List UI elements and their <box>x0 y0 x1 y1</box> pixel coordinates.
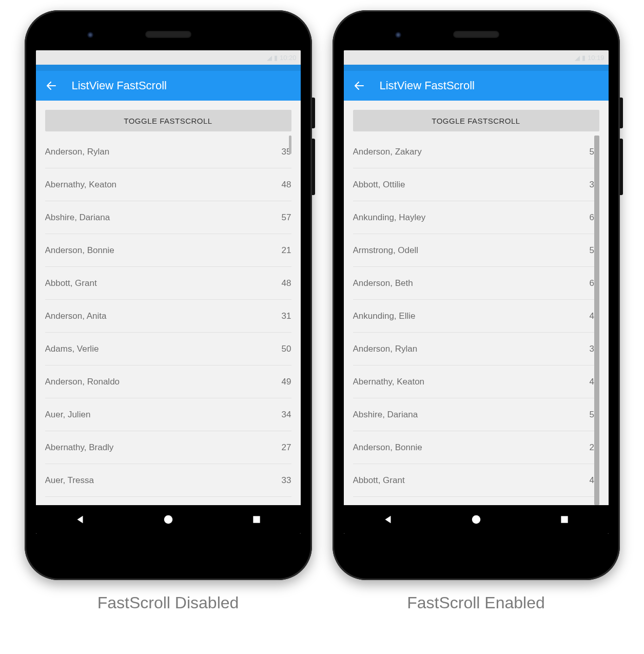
content-area: TOGGLE FASTSCROLL Anderson, Zakary57Abbo… <box>344 101 609 505</box>
content-area: TOGGLE FASTSCROLL Anderson, Rylan35Abern… <box>36 101 301 505</box>
list-item[interactable]: Armstrong, Odell50 <box>353 234 599 267</box>
nav-recent-icon[interactable] <box>251 514 262 525</box>
phone-frame-right: ◢ ▮ 10:19 ListView FastScroll TOGGLE FAS… <box>333 10 620 580</box>
camera-dot <box>395 32 401 38</box>
nav-back-icon[interactable] <box>74 514 86 525</box>
list-item-name: Anderson, Bonnie <box>45 245 114 256</box>
list-item-name: Ankunding, Hayley <box>353 213 426 223</box>
battery-icon: ▮ <box>582 54 586 62</box>
right-column: ◢ ▮ 10:19 ListView FastScroll TOGGLE FAS… <box>333 10 620 612</box>
list-item-name: Abernathy, Keaton <box>45 180 117 190</box>
speaker-grill <box>145 31 191 38</box>
nav-home-icon[interactable] <box>471 514 482 525</box>
battery-icon: ▮ <box>274 54 278 62</box>
list-item-value: 48 <box>282 278 291 288</box>
list-item[interactable]: Anderson, Rylan35 <box>45 136 291 168</box>
list-item[interactable]: Anderson, Bonnie21 <box>45 234 291 267</box>
list-item-value: 48 <box>282 180 291 190</box>
list-item-value: 49 <box>282 377 291 387</box>
power-button <box>312 98 315 128</box>
svg-rect-3 <box>561 516 568 523</box>
list-item-name: Anderson, Rylan <box>353 344 418 354</box>
list-view[interactable]: Anderson, Rylan35Abernathy, Keaton48Absh… <box>45 136 291 505</box>
status-bar-tint <box>344 65 609 71</box>
status-time: 10:20 <box>280 54 297 62</box>
phone-frame-left: ◢ ▮ 10:20 ListView FastScroll TOGGLE FAS… <box>25 10 312 580</box>
signal-icon: ◢ <box>575 54 580 62</box>
list-item-value: 31 <box>282 311 291 321</box>
list-item-name: Abernathy, Keaton <box>353 377 425 387</box>
list-item-name: Auer, Julien <box>45 410 91 420</box>
app-bar: ListView FastScroll <box>344 71 609 101</box>
toggle-fastscroll-button[interactable]: TOGGLE FASTSCROLL <box>45 110 291 131</box>
left-column: ◢ ▮ 10:20 ListView FastScroll TOGGLE FAS… <box>25 10 312 612</box>
list-item-value: 27 <box>282 443 291 453</box>
list-item-name: Anderson, Beth <box>353 278 413 288</box>
list-item[interactable]: Abshire, Dariana57 <box>353 398 599 431</box>
screen-left: ◢ ▮ 10:20 ListView FastScroll TOGGLE FAS… <box>36 50 301 534</box>
nav-bar <box>344 505 609 534</box>
speaker-grill <box>453 31 499 38</box>
list-item-name: Anderson, Rylan <box>45 147 110 157</box>
power-button <box>620 98 623 128</box>
list-item[interactable]: Ankunding, Ellie45 <box>353 300 599 333</box>
caption-right: FastScroll Enabled <box>407 593 545 612</box>
list-item-value: 57 <box>282 213 291 223</box>
back-arrow-icon[interactable] <box>353 80 365 92</box>
list-item-name: Anderson, Bonnie <box>353 443 422 453</box>
list-item[interactable]: Auer, Julien34 <box>45 398 291 431</box>
app-title: ListView FastScroll <box>72 79 167 92</box>
list-item[interactable]: Anderson, Bonnie21 <box>353 431 599 464</box>
list-item-name: Adams, Verlie <box>45 344 99 354</box>
list-item[interactable]: Anderson, Beth62 <box>353 267 599 300</box>
camera-dot <box>87 32 93 38</box>
list-item-name: Anderson, Zakary <box>353 147 422 157</box>
list-item[interactable]: Anderson, Anita31 <box>45 300 291 333</box>
list-item-value: 50 <box>282 344 291 354</box>
volume-button <box>620 139 623 195</box>
list-item-value: 33 <box>282 475 291 486</box>
caption-left: FastScroll Disabled <box>97 593 239 612</box>
list-item-name: Abbott, Ottilie <box>353 180 405 190</box>
nav-home-icon[interactable] <box>163 514 174 525</box>
svg-point-0 <box>164 515 173 524</box>
fastscroll-thumb[interactable] <box>594 136 599 505</box>
nav-bar <box>36 505 301 534</box>
svg-point-2 <box>472 515 481 524</box>
list-item-name: Abernathy, Bradly <box>45 443 114 453</box>
nav-recent-icon[interactable] <box>559 514 570 525</box>
back-arrow-icon[interactable] <box>45 80 57 92</box>
list-item[interactable]: Ankunding, Hayley60 <box>353 201 599 234</box>
list-item[interactable]: Auer, Tressa33 <box>45 464 291 497</box>
list-item[interactable]: Abbott, Ottilie39 <box>353 168 599 201</box>
list-item[interactable]: Anderson, Rylan35 <box>353 333 599 366</box>
list-item[interactable]: Adams, Verlie50 <box>45 333 291 366</box>
signal-icon: ◢ <box>267 54 272 62</box>
scrollbar-thin[interactable] <box>289 136 291 154</box>
list-item[interactable]: Abernathy, Bradly27 <box>45 431 291 464</box>
list-item[interactable]: Abbott, Grant48 <box>45 267 291 300</box>
list-view[interactable]: Anderson, Zakary57Abbott, Ottilie39Ankun… <box>353 136 599 505</box>
list-item[interactable]: Abbott, Grant48 <box>353 464 599 497</box>
list-item-value: 21 <box>282 245 291 256</box>
app-title: ListView FastScroll <box>380 79 475 92</box>
list-item[interactable]: Anderson, Zakary57 <box>353 136 599 168</box>
list-item-name: Auer, Tressa <box>45 475 94 486</box>
list-item[interactable]: Abernathy, Keaton48 <box>353 366 599 398</box>
list-item[interactable]: Abshire, Dariana57 <box>45 201 291 234</box>
app-bar: ListView FastScroll <box>36 71 301 101</box>
list-item-name: Ankunding, Ellie <box>353 311 416 321</box>
volume-button <box>312 139 315 195</box>
list-item[interactable]: Anderson, Ronaldo49 <box>45 366 291 398</box>
list-item-name: Abbott, Grant <box>45 278 97 288</box>
list-item-value: 34 <box>282 410 291 420</box>
list-item-name: Armstrong, Odell <box>353 245 419 256</box>
status-time: 10:19 <box>588 54 604 62</box>
list-item-name: Abbott, Grant <box>353 475 405 486</box>
nav-back-icon[interactable] <box>382 514 394 525</box>
status-bar: ◢ ▮ 10:20 <box>36 50 301 65</box>
list-item[interactable]: Abernathy, Keaton48 <box>45 168 291 201</box>
list-item-name: Abshire, Dariana <box>45 213 110 223</box>
list-item-name: Abshire, Dariana <box>353 410 418 420</box>
toggle-fastscroll-button[interactable]: TOGGLE FASTSCROLL <box>353 110 599 131</box>
